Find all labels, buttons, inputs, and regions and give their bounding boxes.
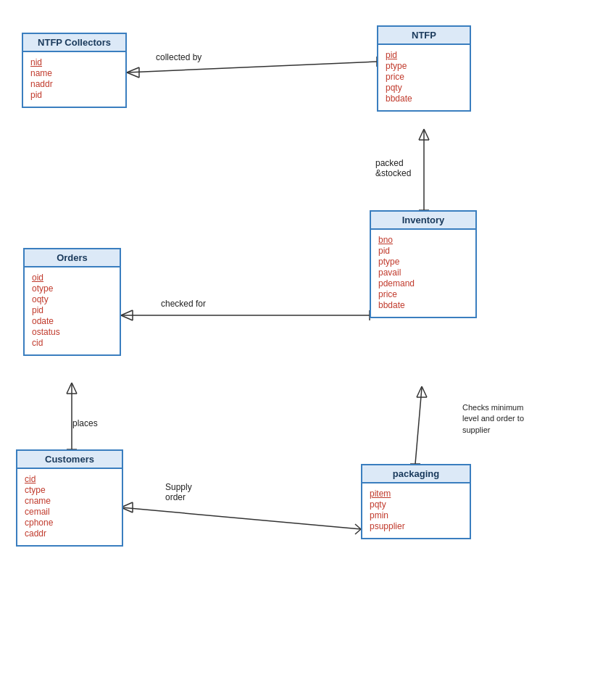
field-psupplier: psupplier <box>370 521 462 531</box>
field-inv-bno: bno <box>378 235 468 245</box>
svg-line-21 <box>67 383 72 394</box>
entity-packaging: packaging pitem pqty pmin psupplier <box>361 464 471 539</box>
entity-inventory-body: bno pid ptype pavail pdemand price bbdat… <box>371 230 475 317</box>
svg-line-26 <box>355 524 361 529</box>
field-cphone: cphone <box>25 518 115 528</box>
relation-checked-for: checked for <box>161 299 206 309</box>
field-inv-ptype: ptype <box>378 257 468 267</box>
entity-customers: Customers cid ctype cname cemail cphone … <box>16 449 123 547</box>
field-inv-bbdate: bbdate <box>378 300 468 310</box>
field-inv-pdemand: pdemand <box>378 278 468 288</box>
svg-line-7 <box>424 129 429 140</box>
entity-packaging-header: packaging <box>362 465 470 483</box>
entity-orders: Orders oid otype oqty pid odate ostatus … <box>23 248 121 356</box>
field-cname: cname <box>25 496 115 506</box>
field-ntfp-pqty: pqty <box>386 83 462 93</box>
svg-line-1 <box>127 67 139 72</box>
svg-line-15 <box>415 388 422 464</box>
entity-ntfp-collectors: NTFP Collectors nid name naddr pid <box>22 33 127 108</box>
field-oqty: oqty <box>32 294 112 304</box>
field-oid: oid <box>32 273 112 283</box>
relation-checks-min: Checks minimumlevel and order tosupplier <box>462 402 524 436</box>
field-ntfp-price: price <box>386 72 462 82</box>
field-pkg-pqty: pqty <box>370 499 462 510</box>
field-ntfp-pid: pid <box>386 50 462 60</box>
field-pitem: pitem <box>370 489 462 499</box>
field-pmin: pmin <box>370 510 462 520</box>
svg-line-27 <box>355 529 361 534</box>
field-ostatus: ostatus <box>32 327 112 337</box>
field-customers-cid: cid <box>25 474 115 484</box>
entity-packaging-body: pitem pqty pmin psupplier <box>362 483 470 538</box>
entity-ntfp-body: pid ptype price pqty bbdate <box>378 45 470 110</box>
entity-ntfp: NTFP pid ptype price pqty bbdate <box>377 25 471 112</box>
field-otype: otype <box>32 283 112 294</box>
field-naddr: naddr <box>30 79 118 89</box>
relation-collected-by: collected by <box>156 52 201 62</box>
relation-places: places <box>72 418 98 428</box>
field-ntfp-bbdate: bbdate <box>386 94 462 104</box>
relation-packed-stocked: packed&stocked <box>375 158 411 178</box>
entity-ntfp-collectors-body: nid name naddr pid <box>23 52 125 107</box>
entity-customers-header: Customers <box>17 451 122 469</box>
entity-orders-header: Orders <box>25 249 120 267</box>
svg-line-6 <box>419 129 424 140</box>
svg-line-17 <box>422 386 427 397</box>
field-cemail: cemail <box>25 507 115 517</box>
field-cid: cid <box>32 338 112 348</box>
entity-ntfp-collectors-header: NTFP Collectors <box>23 34 125 52</box>
field-inv-pid: pid <box>378 246 468 256</box>
field-pid: pid <box>30 90 118 100</box>
entity-orders-body: oid otype oqty pid odate ostatus cid <box>25 267 120 354</box>
entity-inventory-header: Inventory <box>371 212 475 230</box>
field-caddr: caddr <box>25 528 115 539</box>
field-inv-pavail: pavail <box>378 267 468 278</box>
svg-line-22 <box>72 383 77 394</box>
field-odate: odate <box>32 316 112 326</box>
field-ctype: ctype <box>25 485 115 495</box>
entity-customers-body: cid ctype cname cemail cphone caddr <box>17 469 122 545</box>
field-ntfp-ptype: ptype <box>386 61 462 71</box>
er-diagram: NTFP Collectors nid name naddr pid NTFP … <box>0 0 616 685</box>
svg-line-16 <box>417 386 422 397</box>
svg-line-12 <box>121 315 133 320</box>
entity-inventory: Inventory bno pid ptype pavail pdemand p… <box>370 210 477 318</box>
svg-line-0 <box>127 62 377 72</box>
field-name: name <box>30 68 118 78</box>
svg-line-25 <box>121 507 361 529</box>
field-inv-price: price <box>378 289 468 299</box>
svg-line-2 <box>127 72 139 78</box>
field-nid: nid <box>30 57 118 67</box>
relation-supply-order: Supplyorder <box>165 482 192 502</box>
field-orders-pid: pid <box>32 305 112 315</box>
entity-ntfp-header: NTFP <box>378 27 470 45</box>
svg-line-11 <box>121 310 133 315</box>
